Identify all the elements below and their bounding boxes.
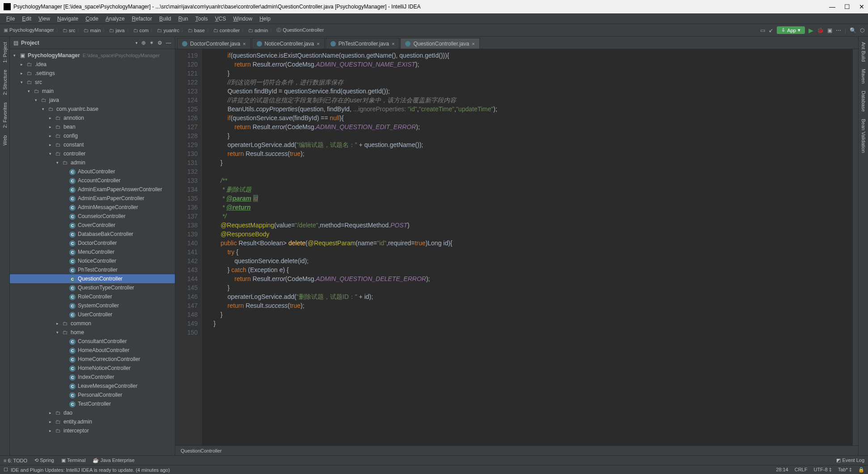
righttab-database[interactable]: Database (860, 87, 867, 115)
tree-item-homenoticecontroller[interactable]: CHomeNoticeController (10, 364, 175, 373)
lefttab-web[interactable]: Web (1, 132, 8, 149)
readonly-lock-icon[interactable]: 🔒 (858, 467, 864, 473)
breadcrumb-item[interactable]: 🗀 java (109, 28, 124, 33)
line-separator[interactable]: CRLF (795, 467, 808, 473)
scroll-from-source-icon[interactable]: ⊕ (141, 40, 146, 46)
menu-window[interactable]: Window (230, 15, 255, 23)
tree-item-covercontroller[interactable]: CCoverController (10, 221, 175, 230)
tree-item-config[interactable]: ▸🗀config (10, 131, 175, 140)
tree-item-questiontypecontroller[interactable]: CQuestionTypeController (10, 283, 175, 292)
tree-item-consultantcontroller[interactable]: CConsultantController (10, 337, 175, 346)
breadcrumb-item[interactable]: 🗀 yuanlrc (157, 28, 179, 33)
tree-item-questioncontroller[interactable]: CQuestionController (10, 274, 175, 283)
breadcrumb-item[interactable]: 🗀 controller (213, 28, 240, 33)
more-icon[interactable]: ⋯ (836, 27, 841, 34)
righttab-maven[interactable]: Maven (860, 65, 867, 87)
tree-item-main[interactable]: ▾🗀main (10, 87, 175, 96)
tree-item-indexcontroller[interactable]: CIndexController (10, 373, 175, 382)
menu-view[interactable]: View (36, 15, 53, 23)
lefttab-structure[interactable]: 2: Structure (1, 66, 8, 99)
tree-item-menucontroller[interactable]: CMenuController (10, 247, 175, 256)
breadcrumb-item[interactable]: Ⓒ QuestionController (276, 27, 324, 34)
breadcrumb-item[interactable]: 🗀 admin (248, 28, 268, 33)
tree-item-databasebakcontroller[interactable]: CDatabaseBakController (10, 230, 175, 239)
righttab-antbuild[interactable]: Ant Build (860, 38, 867, 65)
tree-item-adminexampaperanswercontroller[interactable]: CAdminExamPaperAnswerController (10, 185, 175, 194)
tree-item-common[interactable]: ▸🗀common (10, 319, 175, 328)
sync-icon[interactable]: ↙ (769, 27, 773, 34)
tree-item-accountcontroller[interactable]: CAccountController (10, 176, 175, 185)
tree-item-rolecontroller[interactable]: CRoleController (10, 292, 175, 301)
tree-item-java[interactable]: ▾🗀java (10, 96, 175, 105)
hide-icon[interactable]: — (166, 40, 171, 46)
stop-button[interactable]: ▣ (827, 27, 832, 34)
tree-item-homeaboutcontroller[interactable]: CHomeAboutController (10, 346, 175, 355)
menu-help[interactable]: Help (257, 15, 273, 23)
tree-item-admin[interactable]: ▾🗀admin (10, 158, 175, 167)
menu-file[interactable]: File (4, 15, 17, 23)
project-tree[interactable]: ▾▣PsychologyManagerE:\idea_space\Psychol… (10, 49, 175, 455)
breadcrumb[interactable]: ▣ PsychologyManager〉🗀 src〉🗀 main〉🗀 java〉… (4, 27, 760, 34)
project-dropdown-icon[interactable]: ▾ (135, 41, 138, 45)
editor-tab-phtestcontroller[interactable]: PhTestController.java× (326, 38, 400, 49)
tree-item-comyuanlrcbase[interactable]: ▾🗀com.yuanlrc.base (10, 105, 175, 113)
lefttab-favorites[interactable]: 2: Favorites (1, 99, 8, 131)
tree-item-constant[interactable]: ▸🗀constant (10, 140, 175, 149)
editor-tab-doctorcontroller[interactable]: DoctorController.java× (177, 38, 251, 49)
editor-tab-noticecontroller[interactable]: NoticeController.java× (252, 38, 325, 49)
event-log[interactable]: ◩ Event Log (836, 457, 864, 463)
menu-navigate[interactable]: Navigate (55, 15, 81, 23)
tree-item-usercontroller[interactable]: CUserController (10, 310, 175, 319)
tree-item-bean[interactable]: ▸🗀bean (10, 122, 175, 131)
menu-vcs[interactable]: VCS (212, 15, 229, 23)
maximize-button[interactable]: ☐ (844, 3, 850, 10)
code-editor[interactable]: 1191201211221231241251261271281291301311… (175, 49, 858, 445)
tree-item-interceptor[interactable]: ▸🗀interceptor (10, 426, 175, 435)
debug-button[interactable]: 🐞 (817, 27, 824, 34)
tree-item-personalcontroller[interactable]: CPersonalController (10, 390, 175, 399)
tree-item-controller[interactable]: ▾🗀controller (10, 149, 175, 158)
close-tab-icon[interactable]: × (317, 41, 319, 46)
close-tab-icon[interactable]: × (243, 41, 246, 46)
menu-refactor[interactable]: Refactor (129, 15, 155, 23)
file-encoding[interactable]: UTF-8 ‡ (813, 467, 831, 473)
run-button[interactable]: ▶ (809, 27, 813, 34)
tree-item-src[interactable]: ▾🗀src (10, 78, 175, 87)
editor-tab-questioncontroller[interactable]: QuestionController.java× (400, 38, 479, 49)
close-tab-icon[interactable]: × (472, 41, 474, 46)
editor-breadcrumb[interactable]: QuestionController (175, 445, 858, 455)
tree-item-counselorcontroller[interactable]: CCounselorController (10, 212, 175, 221)
menu-edit[interactable]: Edit (19, 15, 34, 23)
bottomtab[interactable]: ⟲ Spring (34, 457, 54, 463)
bottomtab[interactable]: ☕ Java Enterprise (93, 457, 134, 463)
tree-item-entityadmin[interactable]: ▸🗀entity.admin (10, 417, 175, 426)
tree-item-settings[interactable]: ▸🗀.settings (10, 69, 175, 78)
tree-item-idea[interactable]: ▸🗀.idea (10, 60, 175, 69)
menu-run[interactable]: Run (176, 15, 191, 23)
gear-icon[interactable]: ⚙ (157, 40, 162, 46)
tree-item-testcontroller[interactable]: CTestController (10, 399, 175, 408)
bottomtab[interactable]: ▣ Terminal (61, 457, 85, 463)
menu-code[interactable]: Code (83, 15, 101, 23)
close-button[interactable]: ✕ (859, 3, 864, 10)
tree-item-phtestcontroller[interactable]: CPhTestController (10, 265, 175, 274)
breadcrumb-item[interactable]: 🗀 main (84, 28, 101, 33)
righttab-beanvalidation[interactable]: Bean Validation (860, 115, 867, 156)
run-config-selector[interactable]: ⇩ App ▾ (777, 26, 805, 34)
breadcrumb-item[interactable]: 🗀 com (133, 28, 149, 33)
tree-item-adminmessagecontroller[interactable]: CAdminMessageController (10, 203, 175, 212)
search-icon[interactable]: 🔍 (850, 27, 856, 34)
tree-item-annotion[interactable]: ▸🗀annotion (10, 113, 175, 122)
menu-build[interactable]: Build (157, 15, 174, 23)
collapse-all-icon[interactable]: ✶ (149, 40, 154, 46)
tree-item-homecorrectioncontroller[interactable]: CHomeCorrectionController (10, 355, 175, 364)
layout-icon[interactable]: ▭ (760, 27, 765, 34)
tree-item-aboutcontroller[interactable]: CAboutController (10, 167, 175, 176)
indent-setting[interactable]: Tab* ‡ (838, 467, 852, 473)
menu-tools[interactable]: Tools (193, 15, 211, 23)
tree-item-systemcontroller[interactable]: CSystemController (10, 301, 175, 310)
breadcrumb-item[interactable]: ▣ PsychologyManager (4, 27, 54, 33)
tree-item-leavemessagecontroller[interactable]: CLeaveMessageController (10, 382, 175, 390)
tree-item-home[interactable]: ▾🗀home (10, 328, 175, 337)
settings-icon[interactable]: ⬡ (860, 27, 864, 34)
